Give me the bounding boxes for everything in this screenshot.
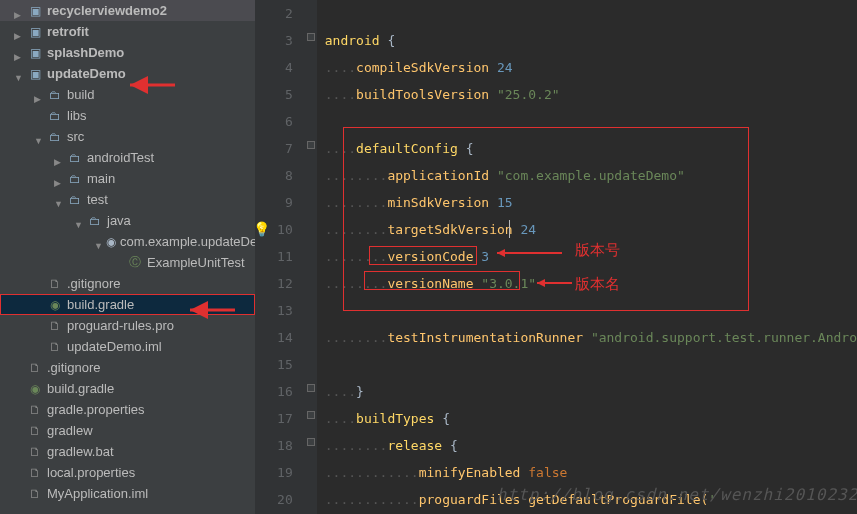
file-icon: 🗋 <box>27 402 43 418</box>
folder-icon: 🗀 <box>47 108 63 124</box>
chevron-right-icon[interactable] <box>54 174 64 184</box>
tree-updateDemo[interactable]: ▣ updateDemo <box>0 63 255 84</box>
folder-icon: 🗀 <box>47 87 63 103</box>
tree-label: .gitignore <box>47 360 100 375</box>
tree-label: libs <box>67 108 87 123</box>
line-num: 14 <box>255 324 293 351</box>
chevron-down-icon[interactable] <box>94 237 103 247</box>
class-icon: Ⓒ <box>127 255 143 271</box>
tree-label: com.example.updateDemo <box>120 234 255 249</box>
line-num: 15 <box>255 351 293 378</box>
chevron-right-icon[interactable] <box>14 6 24 16</box>
tree-label: gradlew.bat <box>47 444 114 459</box>
line-num: 20 <box>255 486 293 513</box>
line-num: 19 <box>255 459 293 486</box>
tree-label: retrofit <box>47 24 89 39</box>
tree-label: build <box>67 87 94 102</box>
chevron-down-icon[interactable] <box>54 195 64 205</box>
tree-label: splashDemo <box>47 45 124 60</box>
fold-marker-icon[interactable] <box>307 411 315 419</box>
tree-exampleUnitTest[interactable]: Ⓒ ExampleUnitTest <box>0 252 255 273</box>
tree-label: build.gradle <box>67 297 134 312</box>
gradle-icon: ◉ <box>47 297 63 313</box>
line-num: 16 <box>255 378 293 405</box>
watermark-text: http://blog.csdn.net/wenzhi20102321 <box>497 485 857 504</box>
tree-label: updateDemo <box>47 66 126 81</box>
tree-buildGradle2[interactable]: ◉ build.gradle <box>0 378 255 399</box>
chevron-right-icon[interactable] <box>14 27 24 37</box>
line-num: 4 <box>255 54 293 81</box>
tree-label: local.properties <box>47 465 135 480</box>
tree-retrofit[interactable]: ▣ retrofit <box>0 21 255 42</box>
tree-src[interactable]: 🗀 src <box>0 126 255 147</box>
tree-pkg[interactable]: ◉ com.example.updateDemo <box>0 231 255 252</box>
chevron-right-icon[interactable] <box>34 90 44 100</box>
fold-column[interactable] <box>305 0 317 514</box>
line-num: 17 <box>255 405 293 432</box>
line-num: 13 <box>255 297 293 324</box>
fold-marker-icon[interactable] <box>307 141 315 149</box>
line-num: 3 <box>255 27 293 54</box>
code-content[interactable]: android { ....compileSdkVersion 24 ....b… <box>317 0 857 514</box>
line-num: 2 <box>255 0 293 27</box>
tree-label: ExampleUnitTest <box>147 255 245 270</box>
fold-marker-icon[interactable] <box>307 384 315 392</box>
line-num: 5 <box>255 81 293 108</box>
tree-recyclerviewdemo2[interactable]: ▣ recyclerviewdemo2 <box>0 0 255 21</box>
line-num: 11 <box>255 243 293 270</box>
chevron-down-icon[interactable] <box>14 69 24 79</box>
tree-java[interactable]: 🗀 java <box>0 210 255 231</box>
file-icon: 🗋 <box>47 318 63 334</box>
file-icon: 🗋 <box>27 360 43 376</box>
line-num: 8 <box>255 162 293 189</box>
file-icon: 🗋 <box>47 276 63 292</box>
line-gutter: 2 3 4 5 6 7 8 9 10 11 12 13 14 15 16 17 … <box>255 0 305 514</box>
line-num: 18 <box>255 432 293 459</box>
fold-marker-icon[interactable] <box>307 438 315 446</box>
folder-icon: 🗀 <box>47 129 63 145</box>
tree-androidTest[interactable]: 🗀 androidTest <box>0 147 255 168</box>
tree-gradleProps[interactable]: 🗋 gradle.properties <box>0 399 255 420</box>
tree-gradlew[interactable]: 🗋 gradlew <box>0 420 255 441</box>
tree-gitignore2[interactable]: 🗋 .gitignore <box>0 357 255 378</box>
tree-label: build.gradle <box>47 381 114 396</box>
tree-gitignore1[interactable]: 🗋 .gitignore <box>0 273 255 294</box>
tree-libs[interactable]: 🗀 libs <box>0 105 255 126</box>
tree-label: main <box>87 171 115 186</box>
chevron-right-icon[interactable] <box>54 153 64 163</box>
tree-main[interactable]: 🗀 main <box>0 168 255 189</box>
tree-proguard[interactable]: 🗋 proguard-rules.pro <box>0 315 255 336</box>
file-icon: 🗋 <box>47 339 63 355</box>
tree-label: java <box>107 213 131 228</box>
tree-label: proguard-rules.pro <box>67 318 174 333</box>
file-icon: 🗋 <box>27 423 43 439</box>
file-icon: 🗋 <box>27 444 43 460</box>
tree-gradlewBat[interactable]: 🗋 gradlew.bat <box>0 441 255 462</box>
tree-buildGradle1[interactable]: ◉ build.gradle <box>0 294 255 315</box>
module-icon: ▣ <box>27 3 43 19</box>
chevron-down-icon[interactable] <box>34 132 44 142</box>
code-editor[interactable]: 2 3 4 5 6 7 8 9 10 11 12 13 14 15 16 17 … <box>255 0 857 514</box>
module-icon: ▣ <box>27 24 43 40</box>
tree-label: gradle.properties <box>47 402 145 417</box>
bulb-icon[interactable]: 💡 <box>253 221 270 237</box>
tree-localProps[interactable]: 🗋 local.properties <box>0 462 255 483</box>
line-num: 6 <box>255 108 293 135</box>
line-num: 9 <box>255 189 293 216</box>
fold-marker-icon[interactable] <box>307 33 315 41</box>
tree-myAppIml[interactable]: 🗋 MyApplication.iml <box>0 483 255 504</box>
tree-splashDemo[interactable]: ▣ splashDemo <box>0 42 255 63</box>
file-icon: 🗋 <box>27 486 43 502</box>
file-icon: 🗋 <box>27 465 43 481</box>
tree-label: .gitignore <box>67 276 120 291</box>
line-num: 12 <box>255 270 293 297</box>
tree-test[interactable]: 🗀 test <box>0 189 255 210</box>
tree-label: updateDemo.iml <box>67 339 162 354</box>
tree-label: gradlew <box>47 423 93 438</box>
tree-build[interactable]: 🗀 build <box>0 84 255 105</box>
project-tree[interactable]: ▣ recyclerviewdemo2 ▣ retrofit ▣ splashD… <box>0 0 255 514</box>
tree-label: src <box>67 129 84 144</box>
tree-updateDemoIml[interactable]: 🗋 updateDemo.iml <box>0 336 255 357</box>
chevron-down-icon[interactable] <box>74 216 84 226</box>
chevron-right-icon[interactable] <box>14 48 24 58</box>
